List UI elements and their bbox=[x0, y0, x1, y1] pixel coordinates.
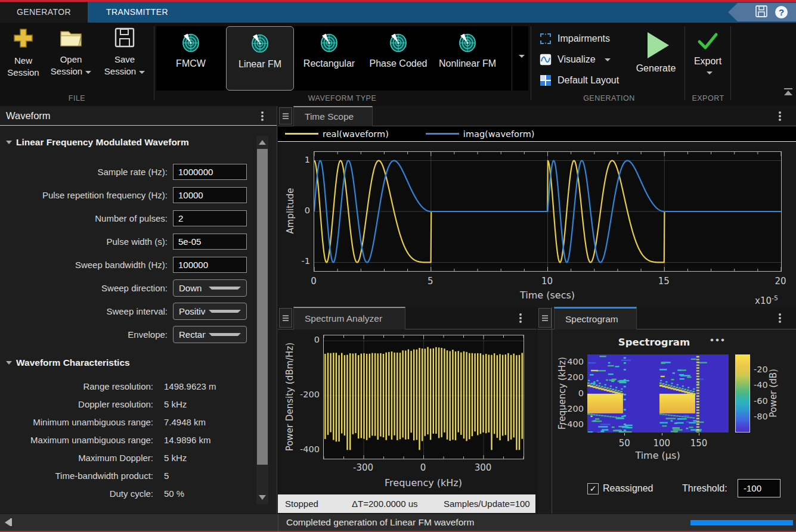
spectrogram-options-icon[interactable] bbox=[779, 313, 781, 316]
legend-line-swatch bbox=[285, 133, 318, 135]
field-input[interactable] bbox=[173, 257, 247, 273]
waveform-type-rectangular[interactable]: Rectangular bbox=[295, 26, 363, 91]
impairments-button[interactable]: Impairments bbox=[540, 32, 610, 46]
field-input[interactable] bbox=[173, 187, 247, 203]
scroll-up-icon[interactable] bbox=[259, 140, 266, 145]
waveform-type-nonlinear-fm[interactable]: Nonlinear FM bbox=[433, 26, 501, 91]
field-label: Sweep interval: bbox=[0, 306, 173, 316]
characteristic-value: 5 bbox=[159, 471, 256, 481]
default-layout-button[interactable]: Default Layout bbox=[540, 73, 619, 88]
time-scope-options-icon[interactable] bbox=[779, 111, 781, 114]
gallery-dropdown-icon[interactable] bbox=[519, 55, 525, 58]
characteristic-value: 5 kHz bbox=[159, 453, 256, 463]
export-button[interactable]: Export bbox=[686, 26, 730, 95]
tab-transmitter[interactable]: TRANSMITTER bbox=[88, 2, 187, 23]
generate-label: Generate bbox=[636, 63, 676, 74]
characteristic-label: Time-bandwidth product: bbox=[0, 471, 159, 481]
waveform-type-phase-coded[interactable]: Phase Coded bbox=[364, 26, 432, 91]
characteristic-row: Range resolution:1498.9623 m bbox=[0, 377, 256, 395]
help-icon[interactable]: ? bbox=[775, 6, 788, 18]
panel-drag-handle[interactable] bbox=[279, 107, 292, 125]
visualize-button[interactable]: Visualize bbox=[540, 52, 611, 67]
spectrogram-colorbar bbox=[735, 354, 750, 433]
panel-drag-handle[interactable] bbox=[538, 308, 552, 328]
form-row: Sweep bandwidth (Hz): bbox=[0, 253, 256, 276]
save-session-button[interactable]: SaveSession bbox=[99, 26, 150, 77]
generate-button[interactable]: Generate bbox=[627, 26, 685, 92]
collapse-ribbon-icon[interactable] bbox=[783, 88, 793, 95]
panel-title: Waveform bbox=[6, 106, 51, 125]
radar-icon bbox=[251, 33, 269, 55]
y-tick-label: 0 bbox=[296, 335, 320, 344]
spectrogram-menu-icon[interactable]: ••• bbox=[710, 334, 726, 346]
characteristic-label: Duty cycle: bbox=[0, 489, 159, 499]
app-status-bar: Completed generation of Linear FM wavefo… bbox=[0, 514, 796, 531]
legend-item-imag[interactable]: imag(waveform) bbox=[426, 129, 535, 139]
menu-item-label: Impairments bbox=[557, 33, 610, 44]
characteristics-section-header[interactable]: Waveform Characteristics bbox=[6, 357, 130, 368]
colorbar-tick-label: -80 bbox=[754, 412, 774, 421]
spectrogram-tab[interactable]: Spectrogram bbox=[554, 307, 637, 329]
field-dropdown[interactable]: Down bbox=[173, 279, 247, 297]
characteristics-rows: Range resolution:1498.9623 mDoppler reso… bbox=[0, 377, 256, 502]
time-scope-xlabel: Time (secs) bbox=[520, 290, 575, 301]
quick-access-toolbar: ? bbox=[728, 3, 796, 21]
field-dropdown[interactable]: Positive bbox=[173, 303, 247, 320]
section-divider bbox=[685, 26, 685, 100]
panel-options-icon[interactable] bbox=[261, 111, 264, 114]
lfm-section-title: Linear Frequency Modulated Waveform bbox=[16, 137, 189, 148]
tab-generator[interactable]: GENERATOR bbox=[0, 2, 88, 23]
lfm-section-header[interactable]: Linear Frequency Modulated Waveform bbox=[6, 137, 189, 148]
button-label: NewSession bbox=[7, 55, 39, 79]
y-tick-label: -200 bbox=[296, 390, 320, 399]
spectrum-analyzer-options-icon[interactable] bbox=[519, 313, 522, 316]
characteristic-row: Maximum unambiguous range:14.9896 km bbox=[0, 431, 256, 449]
impairments-icon bbox=[540, 33, 552, 45]
x-tick-label: 10 bbox=[535, 276, 559, 287]
open-session-button[interactable]: OpenSession bbox=[48, 26, 94, 77]
y-tick-label: 0 bbox=[557, 388, 584, 398]
field-input[interactable] bbox=[173, 210, 247, 226]
panel-rail-divider bbox=[552, 307, 552, 514]
colorbar-tick-label: -60 bbox=[754, 396, 774, 406]
waveform-panel: Waveform Linear Frequency Modulated Wave… bbox=[0, 106, 277, 514]
threshold-input[interactable] bbox=[738, 479, 780, 497]
spectrum-run-state: Stopped bbox=[285, 499, 318, 509]
characteristic-value: 1498.9623 m bbox=[159, 381, 256, 391]
form-row: Envelope:Rectan... bbox=[0, 323, 256, 346]
spectrum-analyzer-tab[interactable]: Spectrum Analyzer bbox=[293, 307, 405, 329]
menu-item-label: Visualize bbox=[557, 54, 596, 65]
x-tick-mark bbox=[624, 433, 625, 435]
field-label: Sweep direction: bbox=[0, 283, 173, 293]
characteristic-label: Minimum unambiguous range: bbox=[0, 417, 159, 427]
collapse-panel-icon[interactable] bbox=[5, 518, 12, 526]
characteristic-value: 5 kHz bbox=[159, 399, 256, 409]
field-input[interactable] bbox=[173, 234, 247, 250]
panel-drag-handle[interactable] bbox=[279, 308, 292, 328]
x-tick-label: -300 bbox=[348, 462, 378, 473]
vertical-scrollbar[interactable] bbox=[256, 136, 268, 504]
y-tick-label: 1 bbox=[289, 155, 310, 164]
gallery-item-label: Phase Coded bbox=[366, 58, 430, 70]
field-input[interactable] bbox=[173, 164, 247, 180]
scrollbar-thumb[interactable] bbox=[257, 149, 268, 465]
x-tick-mark bbox=[662, 433, 662, 435]
waveform-type-linear-fm[interactable]: Linear FM bbox=[226, 26, 294, 91]
legend-item-real[interactable]: real(waveform) bbox=[285, 129, 389, 139]
save-icon[interactable] bbox=[755, 5, 768, 20]
dropdown-icon bbox=[85, 71, 91, 74]
spectrum-plot bbox=[323, 335, 524, 459]
export-section-label: EXPORT bbox=[686, 94, 730, 105]
time-scope-tab[interactable]: Time Scope bbox=[293, 106, 373, 126]
new-session-button[interactable]: NewSession bbox=[4, 26, 43, 79]
field-label: Sample rate (Hz): bbox=[0, 167, 173, 177]
field-dropdown[interactable]: Rectan... bbox=[173, 326, 247, 343]
gallery-item-label: Nonlinear FM bbox=[435, 58, 500, 70]
menu-item-label: Default Layout bbox=[557, 75, 619, 86]
ribbon-tab-strip: GENERATOR TRANSMITTER ? bbox=[0, 2, 796, 23]
x-tick-label: 0 bbox=[408, 462, 438, 473]
waveform-type-fmcw[interactable]: FMCW bbox=[157, 26, 225, 91]
scroll-down-icon[interactable] bbox=[259, 495, 266, 500]
spectrogram-title: Spectrogram bbox=[618, 337, 690, 348]
reassigned-checkbox[interactable]: ✓ bbox=[587, 483, 599, 494]
